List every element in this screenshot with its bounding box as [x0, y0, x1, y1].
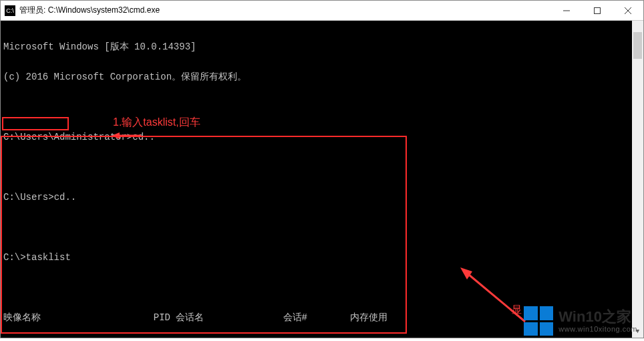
close-button[interactable]: [613, 1, 643, 21]
win10-logo-icon: [524, 306, 553, 336]
annotation-text-1: 1.输入tasklist,回车: [113, 117, 200, 127]
maximize-button[interactable]: [582, 1, 613, 21]
scrollbar[interactable]: ▲ ▼: [632, 21, 643, 338]
cmd-icon: C:\: [5, 5, 15, 16]
prompt-line: C:\Users>cd..: [3, 193, 641, 203]
scroll-thumb[interactable]: [633, 32, 642, 59]
intro-line: Microsoft Windows [版本 10.0.14393]: [3, 42, 641, 52]
watermark: Win10之家 www.win10xitong.com: [524, 306, 637, 336]
annotation-text-2: 显: [512, 304, 522, 314]
svg-rect-1: [595, 7, 601, 13]
console-output[interactable]: Microsoft Windows [版本 10.0.14393] (c) 20…: [1, 21, 643, 338]
watermark-title: Win10之家: [558, 309, 637, 325]
svg-marker-5: [112, 132, 120, 139]
minimize-button[interactable]: [551, 1, 582, 21]
title-bar[interactable]: C:\ 管理员: C:\Windows\system32\cmd.exe: [1, 1, 643, 21]
svg-marker-7: [460, 267, 472, 279]
cmd-window: C:\ 管理员: C:\Windows\system32\cmd.exe Mic…: [0, 0, 644, 338]
window-title: 管理员: C:\Windows\system32\cmd.exe: [19, 5, 551, 16]
arrow-icon: [422, 255, 528, 338]
prompt-line: C:\>tasklist: [3, 253, 641, 263]
intro-line: (c) 2016 Microsoft Corporation。保留所有权利。: [3, 72, 641, 82]
annotation-box-1: [2, 117, 69, 130]
watermark-url: www.win10xitong.com: [558, 325, 637, 333]
